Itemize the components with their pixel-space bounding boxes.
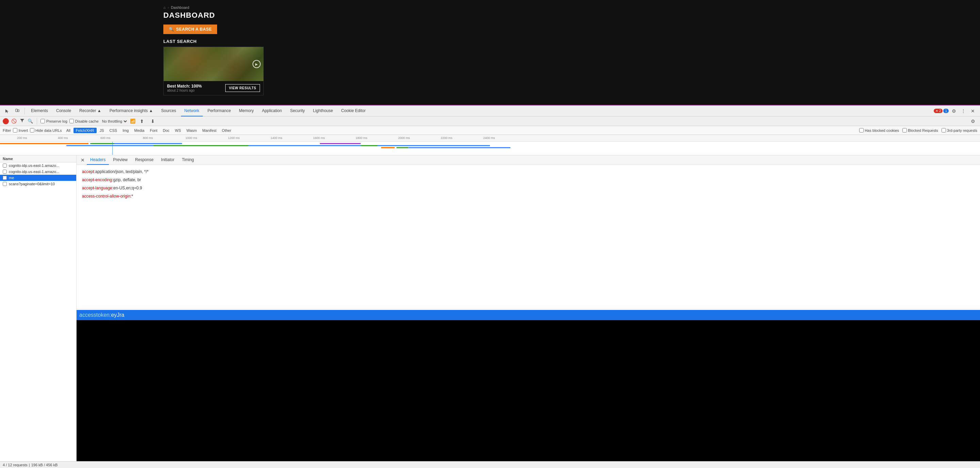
blocked-requests-checkbox[interactable]	[902, 128, 907, 133]
request-checkbox-me[interactable]	[3, 176, 7, 180]
request-item-cognito-2[interactable]: cognito-idp.us-east-1.amazo...	[0, 169, 76, 175]
hide-data-urls-label[interactable]: Hide data URLs	[30, 128, 62, 133]
disable-cache-checkbox[interactable]	[69, 119, 74, 123]
cursor-icon-button[interactable]	[3, 107, 11, 115]
tab-console[interactable]: Console	[53, 105, 75, 117]
status-bar: 4 / 12 requests | 196 kB / 456 kB	[0, 461, 980, 468]
tab-performance[interactable]: Performance	[204, 105, 234, 117]
breadcrumb: ⌂ › Dashboard	[163, 5, 189, 10]
view-results-button[interactable]: VIEW RESULTS	[225, 84, 260, 92]
header-value-accesstoken: eyJra	[111, 311, 124, 319]
hide-data-urls-checkbox[interactable]	[30, 128, 34, 133]
filter-manifest[interactable]: Manifest	[200, 128, 219, 133]
preserve-log-checkbox[interactable]	[40, 119, 45, 123]
tab-recorder[interactable]: Recorder ▲	[76, 105, 105, 117]
header-key-accept: accept:	[82, 169, 95, 175]
card-info: Best Match: 100% about 2 hours ago VIEW …	[164, 81, 263, 95]
last-search-label: LAST SEARCH	[163, 39, 197, 44]
close-devtools-button[interactable]: ✕	[969, 107, 977, 115]
third-party-label[interactable]: 3rd-party requests	[942, 128, 977, 133]
devtools-toolbar: Elements Console Recorder ▲ Performance …	[0, 105, 980, 117]
request-checkbox-scans[interactable]	[3, 182, 7, 186]
request-checkbox-2[interactable]	[3, 169, 7, 174]
tab-performance-insights[interactable]: Performance insights ▲	[106, 105, 156, 117]
filter-all[interactable]: All	[64, 128, 73, 133]
tab-security[interactable]: Security	[286, 105, 308, 117]
requests-header: Name	[0, 155, 76, 163]
filter-type-group: All Fetch/XHR JS CSS Img Media Font Doc …	[64, 128, 234, 133]
filter-media[interactable]: Media	[132, 128, 147, 133]
has-blocked-cookies-checkbox[interactable]	[859, 128, 864, 133]
request-item-me[interactable]: me	[0, 175, 76, 181]
invert-label[interactable]: Invert	[13, 128, 28, 133]
timeline-bar-6	[320, 143, 361, 144]
export-har-button[interactable]: ⬇	[148, 117, 157, 126]
filter-fetch-xhr[interactable]: Fetch/XHR	[73, 128, 97, 133]
detail-tab-headers[interactable]: Headers	[87, 155, 109, 165]
device-toolbar-icon-button[interactable]	[13, 107, 22, 115]
status-bar-divider: |	[29, 463, 30, 467]
timeline-ruler: 200 ms 400 ms 600 ms 800 ms 1000 ms 1200…	[0, 135, 980, 142]
filter-other[interactable]: Other	[220, 128, 234, 133]
error-x-icon: ✕	[935, 109, 938, 113]
detail-tab-initiator[interactable]: Initiator	[158, 155, 178, 165]
ruler-tick-1800: 1800 ms	[356, 136, 368, 140]
filter-font[interactable]: Font	[147, 128, 159, 133]
play-icon[interactable]: ▶	[253, 60, 261, 68]
ruler-tick-1600: 1600 ms	[313, 136, 325, 140]
throttle-select[interactable]: No throttling	[101, 119, 128, 124]
more-options-icon-button[interactable]: ⋮	[959, 107, 968, 115]
disable-cache-label[interactable]: Disable cache	[69, 119, 99, 123]
filter-label: Filter	[3, 128, 11, 133]
filter-bar: Filter Invert Hide data URLs All Fetch/X…	[0, 126, 980, 135]
header-key-accesstoken: accesstoken:	[79, 311, 111, 319]
filter-ws[interactable]: WS	[172, 128, 183, 133]
info-badge: 1	[943, 109, 949, 113]
blocked-requests-label[interactable]: Blocked Requests	[902, 128, 938, 133]
clear-button[interactable]: 🚫	[11, 118, 17, 124]
third-party-checkbox[interactable]	[942, 128, 946, 133]
tab-memory[interactable]: Memory	[235, 105, 257, 117]
header-value-accept: application/json, text/plain, */*	[95, 169, 149, 175]
timeline-cursor	[112, 142, 113, 155]
network-settings-button[interactable]: ⚙	[969, 117, 977, 126]
timeline-bar-5	[153, 145, 248, 146]
filter-wasm[interactable]: Wasm	[184, 128, 199, 133]
tab-sources[interactable]: Sources	[158, 105, 180, 117]
tab-elements[interactable]: Elements	[27, 105, 51, 117]
request-checkbox-1[interactable]	[3, 163, 7, 168]
request-item-cognito-1[interactable]: cognito-idp.us-east-1.amazo...	[0, 163, 76, 169]
ruler-tick-800: 800 ms	[143, 136, 153, 140]
timeline-bars	[0, 142, 980, 155]
filter-js[interactable]: JS	[97, 128, 107, 133]
has-blocked-cookies-label[interactable]: Has blocked cookies	[859, 128, 899, 133]
filter-button[interactable]	[19, 118, 25, 124]
filter-img[interactable]: Img	[120, 128, 131, 133]
settings-icon-button[interactable]: ⚙	[950, 107, 958, 115]
timeline-bar-9	[381, 147, 395, 148]
invert-checkbox[interactable]	[13, 128, 18, 133]
header-row-accept-language: accept-language: en-US,en;q=0.9	[82, 184, 975, 192]
search-a-base-button[interactable]: 🔍 SEARCH A BASE	[163, 24, 217, 34]
detail-tab-response[interactable]: Response	[132, 155, 157, 165]
preserve-log-label[interactable]: Preserve log	[40, 119, 67, 123]
detail-tab-preview[interactable]: Preview	[110, 155, 131, 165]
ruler-tick-2000: 2000 ms	[398, 136, 410, 140]
requests-panel: Name cognito-idp.us-east-1.amazo... cogn…	[0, 155, 76, 461]
close-details-button[interactable]: ✕	[79, 157, 86, 163]
detail-tab-timing[interactable]: Timing	[178, 155, 197, 165]
tab-cookie-editor[interactable]: Cookie Editor	[337, 105, 369, 117]
import-har-button[interactable]: ⬆	[137, 117, 146, 126]
filter-css[interactable]: CSS	[107, 128, 120, 133]
details-empty-area	[76, 320, 980, 461]
record-button[interactable]	[3, 118, 9, 124]
tab-application[interactable]: Application	[259, 105, 285, 117]
request-item-scans[interactable]: scans?paginate=0&limit=10	[0, 181, 76, 187]
network-toolbar: 🚫 🔍 Preserve log Disable cache No thrott…	[0, 117, 980, 126]
tab-lighthouse[interactable]: Lighthouse	[310, 105, 337, 117]
transfer-size: 196 kB / 456 kB	[31, 463, 58, 467]
filter-doc[interactable]: Doc	[160, 128, 172, 133]
page-title: DASHBOARD	[163, 11, 215, 20]
tab-network[interactable]: Network	[181, 105, 203, 117]
search-network-button[interactable]: 🔍	[27, 118, 33, 124]
